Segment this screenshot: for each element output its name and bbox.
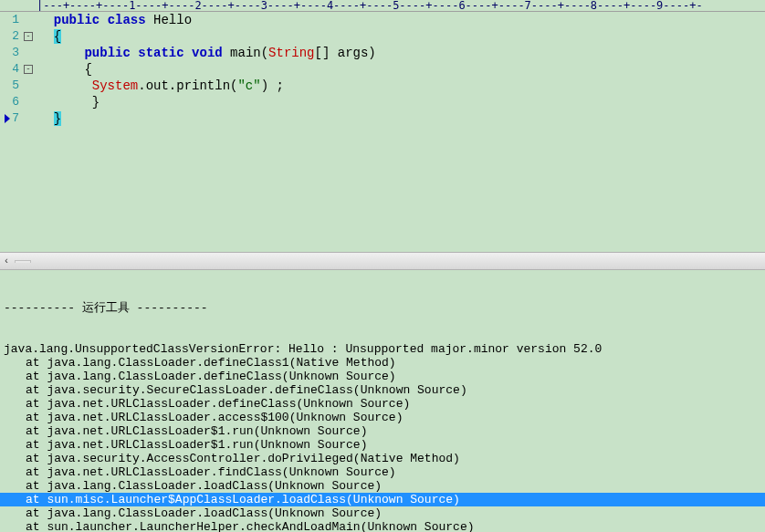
console-line[interactable]: at java.lang.ClassLoader.defineClass1(Na… xyxy=(0,356,765,370)
console-line[interactable]: at java.net.URLClassLoader.access$100(Un… xyxy=(0,411,765,424)
code-line[interactable]: { xyxy=(38,61,765,78)
console-pane[interactable]: ---------- 运行工具 ---------- java.lang.Uns… xyxy=(0,270,765,532)
code-line[interactable]: } xyxy=(38,110,765,127)
line-number: 3 xyxy=(12,45,21,61)
editor-pane[interactable]: 12-34-567 public class Hello { public st… xyxy=(0,12,765,252)
console-line[interactable]: at java.net.URLClassLoader$1.run(Unknown… xyxy=(0,424,765,438)
console-line[interactable]: at java.net.URLClassLoader$1.run(Unknown… xyxy=(0,438,765,452)
code-line[interactable]: System.out.println("c") ; xyxy=(38,78,765,94)
gutter-row: 7 xyxy=(0,110,33,127)
line-number: 1 xyxy=(12,12,21,28)
console-line[interactable]: at java.security.SecureClassLoader.defin… xyxy=(0,383,765,397)
gutter-row: 1 xyxy=(0,12,33,28)
console-line[interactable]: at java.lang.ClassLoader.loadClass(Unkno… xyxy=(0,506,765,520)
console-line[interactable]: at sun.launcher.LauncherHelper.checkAndL… xyxy=(0,520,765,532)
console-line[interactable]: at java.security.AccessController.doPriv… xyxy=(0,452,765,465)
tab-scroll-left[interactable]: ‹ xyxy=(0,255,13,267)
line-number: 6 xyxy=(12,94,21,110)
console-header: ---------- 运行工具 ---------- xyxy=(0,301,765,315)
gutter-row: 2- xyxy=(0,28,33,45)
line-number: 7 xyxy=(12,110,21,127)
console-line[interactable]: at java.lang.ClassLoader.defineClass(Unk… xyxy=(0,370,765,383)
console-line[interactable]: at java.lang.ClassLoader.loadClass(Unkno… xyxy=(0,479,765,493)
tab-blank[interactable] xyxy=(15,260,31,263)
console-line[interactable]: at java.net.URLClassLoader.findClass(Unk… xyxy=(0,465,765,479)
code-area[interactable]: public class Hello { public static void … xyxy=(35,12,765,252)
code-line[interactable]: } xyxy=(38,94,765,110)
fold-icon[interactable]: - xyxy=(24,32,33,41)
code-line[interactable]: public class Hello xyxy=(38,12,765,28)
code-line[interactable]: public static void main(String[] args) xyxy=(38,45,765,61)
line-number: 4 xyxy=(12,61,21,78)
gutter: 12-34-567 xyxy=(0,12,35,252)
fold-icon[interactable]: - xyxy=(24,65,33,74)
gutter-row: 3 xyxy=(0,45,33,61)
ruler: |---+----+----1----+----2----+----3----+… xyxy=(0,0,765,12)
console-line[interactable]: at java.net.URLClassLoader.defineClass(U… xyxy=(0,397,765,411)
gutter-row: 4- xyxy=(0,61,33,78)
code-line[interactable]: { xyxy=(38,28,765,45)
gutter-row: 5 xyxy=(0,78,33,94)
console-line-highlighted[interactable]: at sun.misc.Launcher$AppClassLoader.load… xyxy=(0,493,765,506)
cursor-arrow-icon xyxy=(5,114,10,123)
console-line[interactable]: java.lang.UnsupportedClassVersionError: … xyxy=(0,342,765,356)
line-number: 2 xyxy=(12,28,21,45)
line-number: 5 xyxy=(12,78,21,94)
gutter-row: 6 xyxy=(0,94,33,110)
tab-bar: ‹ xyxy=(0,252,765,270)
